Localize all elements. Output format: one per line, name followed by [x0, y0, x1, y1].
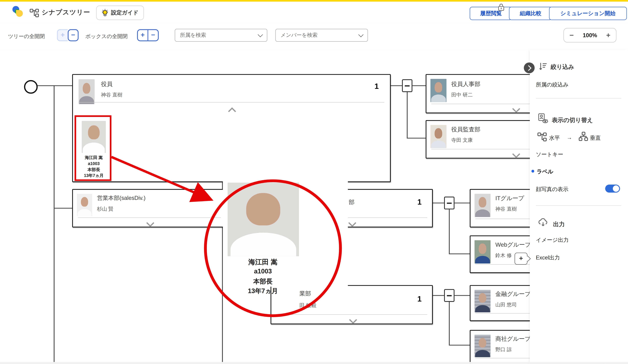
box-toggle-label: ボックスの全開閉: [85, 33, 128, 40]
leader-name: 寺田 文康: [451, 137, 473, 144]
tree-toggle-label: ツリーの全開閉: [8, 33, 45, 40]
dept-name: ITグループ: [495, 195, 524, 202]
connector-line: [455, 203, 470, 203]
zoom-in-button[interactable]: +: [606, 31, 611, 39]
connector-line: [433, 203, 444, 203]
zoom-out-button[interactable]: −: [569, 31, 574, 39]
connector-line: [412, 85, 426, 86]
org-box-yakuin[interactable]: 役員 神谷 直樹 1 海江田 嵩 a1003 本部長 13年7ヵ月: [72, 74, 391, 182]
photo-display-label: 顔写真の表示: [536, 186, 568, 193]
sidebar-divider: [536, 205, 621, 206]
leader-photo: [77, 194, 92, 216]
simulation-start-button[interactable]: シミュレーション開始: [549, 7, 627, 20]
dept-search-placeholder: 所属を検索: [180, 32, 206, 39]
connector-line: [407, 92, 407, 138]
lock-icon: [498, 3, 504, 11]
child-count: 1: [417, 295, 422, 303]
add-node-button[interactable]: +: [515, 253, 528, 265]
sidebar-divider: [536, 98, 621, 99]
sidebar-item-label[interactable]: ラベル: [537, 168, 553, 175]
box-divider: [78, 217, 221, 218]
layout-horizontal-label[interactable]: 水平: [549, 134, 560, 142]
connector-line: [54, 208, 72, 209]
chevron-right-icon: [526, 65, 532, 71]
sidebar-item-excel-output[interactable]: Excel出力: [536, 254, 560, 261]
chevron-down-icon[interactable]: [512, 150, 520, 158]
connector-line: [54, 86, 55, 362]
header-bar: シナプスツリー 設定ガイド 履歴閲覧 組織比較 シミュレーション開始: [0, 1, 628, 24]
sidebar-collapse-button[interactable]: [524, 62, 535, 73]
brand-top-strip: [0, 0, 628, 1]
tree-collapse-all-button[interactable]: −: [68, 29, 78, 41]
leader-name: 神谷 直樹: [495, 206, 517, 213]
history-view-button[interactable]: 履歴閲覧: [470, 7, 512, 20]
chevron-up-icon[interactable]: [228, 107, 236, 115]
lightbulb-icon: [102, 9, 108, 17]
dept-name: 商社グループ: [495, 335, 531, 343]
zoom-control: − 100% +: [563, 28, 616, 43]
toggle-knob: [613, 185, 619, 192]
filter-sort-icon: [539, 62, 548, 71]
chevron-down-icon: [358, 32, 363, 37]
chevron-down-icon[interactable]: [348, 219, 356, 227]
leader-photo: [474, 240, 490, 264]
photo-display-toggle[interactable]: [605, 184, 620, 192]
dept-name: Webグループ: [495, 241, 531, 249]
sidebar-item-image-output[interactable]: イメージ出力: [536, 237, 569, 244]
layout-vertical-label[interactable]: 垂直: [590, 134, 601, 142]
dept-name: 営業本部(salesDiv.): [97, 195, 146, 202]
dept-name: 金融グループ: [495, 290, 531, 298]
org-box-eigyo[interactable]: 営業本部(salesDiv.) 杉山 賢: [72, 189, 227, 227]
chevron-down-icon[interactable]: [146, 219, 154, 227]
collapse-connector-button[interactable]: [402, 79, 412, 92]
child-count: 1: [417, 198, 422, 207]
collapse-connector-button[interactable]: [444, 289, 455, 302]
org-compare-button[interactable]: 組織比較: [509, 7, 552, 20]
member-search-select[interactable]: メンバーを検索: [275, 29, 368, 42]
connector-line: [449, 253, 470, 254]
root-node[interactable]: [24, 80, 38, 94]
leader-name: 山田 悠司: [495, 302, 517, 308]
box-toggle-group: + −: [137, 29, 159, 41]
add-node-label: +: [519, 255, 523, 263]
highlight-rectangle-annotation: [75, 115, 111, 181]
box-collapse-all-button[interactable]: −: [148, 29, 159, 41]
leader-photo: [474, 194, 490, 217]
zoom-level: 100%: [583, 32, 597, 39]
leader-photo: [430, 79, 447, 102]
tree-toggle-group: + −: [57, 29, 78, 41]
chevron-down-icon[interactable]: [349, 316, 357, 324]
active-item-dot: [531, 170, 534, 173]
leader-name: 杉山 賢: [97, 206, 113, 213]
connector-line: [455, 295, 470, 296]
dept-name: 役員: [101, 80, 113, 88]
tree-expand-all-button[interactable]: +: [57, 29, 68, 41]
leader-photo: [430, 125, 447, 148]
settings-guide-button[interactable]: 設定ガイド: [96, 5, 144, 20]
dept-search-select[interactable]: 所属を検索: [175, 29, 267, 42]
leader-name: 田中 研二: [451, 92, 473, 98]
box-divider: [78, 102, 384, 103]
chevron-down-icon[interactable]: [512, 105, 520, 113]
chevron-down-icon: [258, 32, 263, 37]
leader-name: 鈴木 修: [495, 252, 512, 259]
settings-sidebar: 絞り込み 所属の絞込み 表示の切り替え 水平 →: [530, 50, 628, 364]
app-title: シナプスツリー: [42, 8, 90, 17]
sidebar-item-sort-key[interactable]: ソートキー: [536, 151, 563, 158]
vertical-layout-icon: [579, 132, 588, 141]
leader-photo: [474, 335, 490, 357]
display-switch-icon: [538, 113, 548, 124]
box-expand-all-button[interactable]: +: [137, 29, 148, 41]
org-compare-label: 組織比較: [520, 10, 542, 17]
collapse-connector-button[interactable]: [444, 197, 455, 209]
leader-photo: [78, 79, 95, 104]
app-window: シナプスツリー 設定ガイド 履歴閲覧 組織比較 シミュレーション開始 ツリーの全…: [0, 0, 628, 364]
sidebar-item-dept-filter[interactable]: 所属の絞込み: [536, 81, 568, 89]
display-section-title: 表示の切り替え: [552, 117, 593, 124]
arrow-right-glyph: →: [567, 134, 572, 141]
org-tree-icon: [30, 9, 39, 18]
box-divider: [276, 314, 427, 315]
connector-line: [449, 345, 470, 346]
filter-section-title: 絞り込み: [551, 63, 574, 71]
cloud-download-icon: [538, 217, 548, 227]
